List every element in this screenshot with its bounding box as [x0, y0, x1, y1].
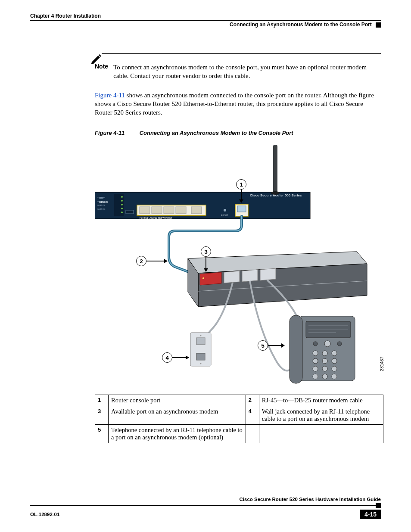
key-desc: Wall jack connected by an RJ-11 telephon…	[259, 406, 383, 425]
figure-xref-link[interactable]: Figure 4-11	[95, 92, 125, 99]
svg-point-51	[313, 374, 318, 379]
svg-rect-17	[273, 145, 277, 193]
led-2: WAN FE4	[97, 200, 105, 202]
chapter-label: Chapter 4 Router Installation	[30, 13, 101, 19]
svg-point-3	[121, 200, 123, 202]
body-paragraph: Figure 4-11 shows an asynchronous modem …	[95, 91, 381, 117]
svg-rect-35	[306, 321, 351, 338]
svg-point-47	[332, 358, 337, 364]
guide-title: Cisco Secure Router 520 Series Hardware …	[30, 497, 381, 502]
svg-point-46	[322, 358, 327, 364]
svg-marker-24	[224, 271, 240, 283]
led-4: WLAN GK	[97, 208, 106, 210]
key-num: 4	[246, 406, 259, 425]
svg-point-44	[332, 351, 337, 356]
svg-point-39	[313, 342, 318, 346]
reset-label: RESET	[221, 214, 228, 217]
page-number: 4-15	[360, 510, 381, 519]
svg-point-41	[337, 342, 342, 346]
figure-key-table: 1 Router console port 2 RJ-45—to—DB-25 r…	[95, 395, 383, 443]
footer-endcap-icon	[376, 503, 381, 508]
pencil-icon	[90, 53, 103, 64]
svg-point-43	[322, 351, 327, 356]
svg-point-49	[322, 366, 327, 371]
callout-1-arrow	[241, 190, 242, 202]
note-block: Note To connect an asynchronous modem to…	[95, 53, 381, 81]
svg-point-42	[313, 351, 318, 356]
svg-point-52	[322, 374, 327, 379]
svg-point-6	[121, 212, 123, 213]
svg-point-50	[332, 366, 337, 371]
telephone-illustration	[290, 315, 355, 383]
svg-point-18	[271, 191, 280, 195]
document-id: OL-12892-01	[30, 512, 59, 517]
figure-title: Connecting an Asynchronous Modem to the …	[140, 130, 293, 136]
figure-diagram: 1 2 3 4 5 231467 ılıılı cisco Cisco Secu…	[95, 145, 383, 395]
svg-point-2	[121, 196, 123, 198]
led-3: WLAN OK	[97, 204, 106, 206]
callout-2-arrow	[146, 261, 167, 261]
svg-point-45	[313, 358, 318, 364]
page-footer: Cisco Secure Router 520 Series Hardware …	[30, 497, 381, 519]
callout-5-arrow	[268, 345, 284, 346]
svg-rect-10	[164, 207, 174, 214]
section-header: Connecting an Asynchronous Modem to the …	[30, 22, 381, 28]
svg-rect-12	[191, 207, 202, 214]
key-num: 5	[95, 425, 109, 443]
svg-point-4	[121, 204, 123, 205]
note-text: To connect an asynchronous modem to the …	[113, 63, 381, 81]
svg-marker-26	[260, 268, 276, 280]
note-label: Note	[95, 63, 108, 70]
svg-point-5	[121, 208, 123, 209]
svg-marker-25	[242, 270, 258, 282]
port-labels: FE0 FE1 LAN FE2 FE3 WAN FE4	[140, 217, 172, 219]
running-header: Chapter 4 Router Installation	[30, 13, 381, 19]
figure-caption: Figure 4-11 Connecting an Asynchronous M…	[95, 130, 381, 136]
table-row: 5 Telephone connected by an RJ-11 teleph…	[95, 425, 383, 443]
key-desc: RJ-45—to—DB-25 router modem cable	[259, 395, 383, 406]
header-rule	[30, 20, 381, 21]
callout-4-arrow	[172, 357, 189, 358]
svg-point-32	[200, 363, 202, 364]
svg-rect-9	[152, 207, 162, 214]
svg-point-31	[200, 335, 202, 336]
header-endcap-icon	[376, 22, 381, 28]
svg-rect-16	[126, 210, 134, 214]
svg-point-40	[324, 341, 330, 347]
svg-rect-15	[237, 206, 246, 212]
key-empty	[246, 425, 259, 443]
table-row: 3 Available port on an asynchronous mode…	[95, 406, 383, 425]
svg-rect-11	[176, 207, 186, 214]
paragraph-remainder: shows an asynchronous modem connected to…	[95, 92, 374, 116]
svg-rect-34	[290, 315, 302, 383]
key-empty	[259, 425, 383, 443]
callout-3-arrow	[206, 257, 206, 271]
image-id: 231467	[380, 357, 384, 371]
key-desc: Router console port	[109, 395, 246, 406]
key-desc: Telephone connected by an RJ-11 telephon…	[109, 425, 246, 443]
svg-point-13	[224, 209, 226, 212]
svg-rect-30	[196, 353, 205, 360]
svg-point-53	[332, 374, 337, 379]
svg-point-23	[202, 277, 204, 279]
led-1: SYS PWR	[97, 196, 106, 199]
section-title: Connecting an Asynchronous Modem to the …	[230, 22, 372, 28]
svg-point-48	[313, 366, 318, 371]
key-desc: Available port on an asynchronous modem	[109, 406, 246, 425]
svg-rect-29	[196, 338, 205, 345]
figure-number: Figure 4-11	[95, 130, 138, 136]
key-num: 1	[95, 395, 109, 406]
key-num: 2	[246, 395, 259, 406]
key-num: 3	[95, 406, 109, 425]
table-row: 1 Router console port 2 RJ-45—to—DB-25 r…	[95, 395, 383, 406]
svg-rect-8	[140, 207, 150, 214]
